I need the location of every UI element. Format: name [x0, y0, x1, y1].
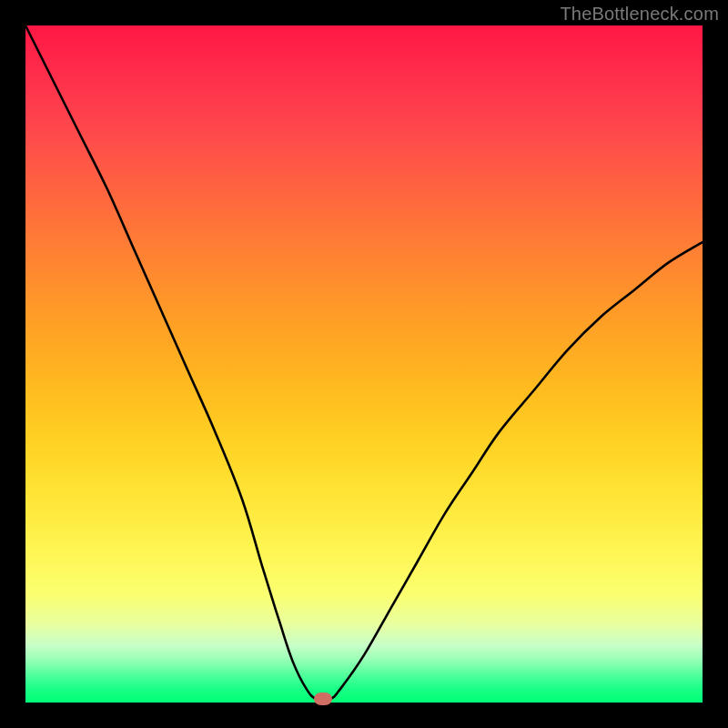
plot-area	[25, 25, 703, 703]
chart-frame: TheBottleneck.com	[0, 0, 728, 728]
optimal-marker	[314, 693, 332, 705]
watermark-text: TheBottleneck.com	[560, 4, 719, 25]
bottleneck-curve	[25, 25, 703, 703]
